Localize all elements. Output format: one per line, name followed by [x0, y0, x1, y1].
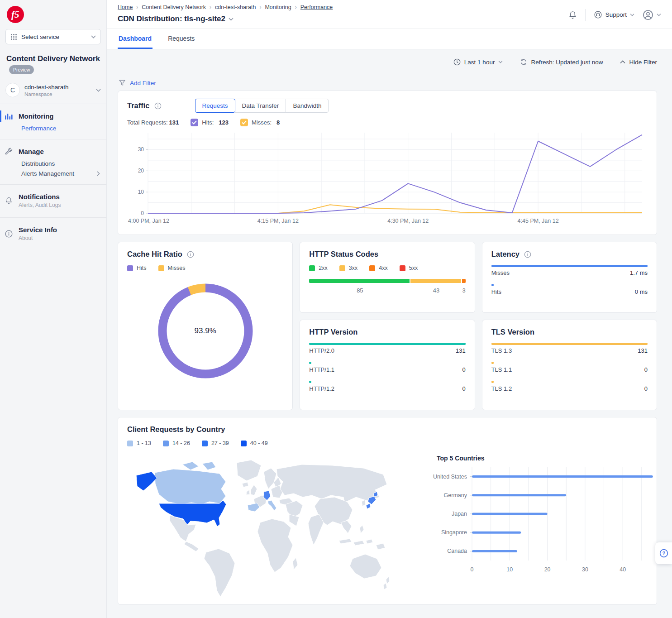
map-country-united-states — [159, 500, 226, 527]
info-icon[interactable] — [154, 102, 162, 110]
tab-requests[interactable]: Requests — [167, 29, 195, 49]
map-region-scandinavia — [264, 468, 276, 489]
preview-badge: Preview — [9, 65, 34, 74]
svg-text:0: 0 — [141, 210, 144, 216]
cache-hit-ratio-title: Cache Hit Ratio — [127, 250, 182, 259]
time-range-picker[interactable]: Last 1 hour — [453, 58, 503, 66]
notifications-bell-button[interactable] — [568, 10, 577, 19]
svg-text:0: 0 — [471, 566, 474, 573]
select-service-dropdown[interactable]: Select service — [5, 29, 101, 44]
breadcrumb-monitoring[interactable]: Monitoring — [265, 4, 291, 10]
svg-text:10: 10 — [506, 566, 513, 573]
page-title-text: CDN Distribution: tls-ng-site2 — [118, 14, 225, 24]
map-country-canada-islands — [182, 462, 199, 470]
traffic-view-data-transfer[interactable]: Data Transfer — [235, 99, 286, 113]
metric-row-HTTP/1.2: HTTP/1.20 — [309, 381, 465, 392]
status-codes-values: 85433 — [309, 287, 465, 294]
latency-card: Latency Misses1.7 ms Hits0 ms — [482, 242, 657, 313]
map-country-indonesia — [353, 541, 364, 546]
support-menu[interactable]: Support — [594, 10, 634, 19]
map-region-central-america — [184, 541, 199, 551]
map-country-australia — [350, 554, 381, 579]
svg-text:?: ? — [662, 551, 665, 556]
tab-dashboard[interactable]: Dashboard — [118, 29, 153, 49]
status-codes-legend: 2xx3xx4xx5xx — [309, 265, 465, 271]
page-title[interactable]: CDN Distribution: tls-ng-site2 — [118, 14, 333, 24]
map-country-philippines — [360, 525, 364, 533]
http-version-title: HTTP Version — [309, 328, 357, 336]
hide-filter-button[interactable]: Hide Filter — [620, 59, 657, 66]
sidebar-nav: Monitoring Performance Manage Distributi… — [0, 104, 106, 250]
help-button[interactable]: ? — [655, 542, 672, 564]
map-legend: 1 - 1314 - 2627 - 3940 - 49 — [127, 440, 648, 446]
sidebar-item-service-info[interactable]: Service Info About — [0, 224, 106, 243]
breadcrumb-performance[interactable]: Performance — [300, 4, 333, 10]
status-segment-3xx — [410, 279, 461, 283]
topbar-divider — [585, 9, 586, 21]
sidebar-item-distributions[interactable]: Distributions — [0, 157, 106, 167]
hits-checkbox[interactable]: Hits:123 — [191, 119, 229, 126]
svg-text:4:45 PM, Jan 12: 4:45 PM, Jan 12 — [518, 218, 559, 224]
map-country-uk — [251, 485, 257, 495]
top5-countries-title: Top 5 Countries — [437, 455, 660, 462]
refresh-button[interactable]: Refresh: Updated just now — [520, 58, 603, 66]
chevron-down-icon — [229, 18, 234, 21]
svg-text:Singapore: Singapore — [441, 529, 467, 536]
map-country-iceland — [242, 482, 248, 487]
sidebar-item-performance[interactable]: Performance — [0, 122, 106, 132]
namespace-selector[interactable]: C cdn-test-sharath Namespace — [5, 83, 101, 97]
chevron-right-icon — [97, 171, 100, 176]
client-requests-by-country-card: Client Requests by Country 1 - 1314 - 26… — [118, 417, 657, 605]
user-menu[interactable] — [643, 10, 661, 20]
service-info-label: Service Info — [19, 226, 57, 234]
traffic-card: Traffic Requests Data Transfer Bandwidth… — [118, 91, 657, 235]
info-icon[interactable] — [187, 251, 194, 258]
map-country-new-guinea — [376, 543, 385, 550]
add-filter-button[interactable]: Add Filter — [119, 79, 156, 86]
breadcrumb-cdn[interactable]: Content Delivery Network — [142, 4, 206, 10]
map-country-alaska — [136, 472, 157, 491]
svg-text:Germany: Germany — [444, 492, 467, 498]
total-requests-label: Total Requests: — [127, 119, 168, 126]
refresh-label: Refresh: Updated just now — [531, 59, 603, 66]
breadcrumb-separator: › — [259, 4, 261, 10]
traffic-view-bandwidth[interactable]: Bandwidth — [286, 99, 329, 113]
misses-value: 8 — [276, 119, 280, 126]
sidebar-item-notifications[interactable]: Notifications Alerts, Audit Logs — [0, 191, 106, 210]
map-region-arabia — [289, 514, 299, 526]
status-segment-4xx — [462, 279, 466, 283]
status-value-4xx: 3 — [462, 287, 465, 294]
breadcrumb-separator: › — [136, 4, 138, 10]
avatar-icon — [643, 10, 653, 20]
map-region-middle-east — [286, 501, 303, 518]
manage-label: Manage — [19, 148, 44, 155]
metric-row-Misses: Misses1.7 ms — [491, 265, 648, 276]
sidebar-item-manage[interactable]: Manage — [0, 146, 106, 157]
breadcrumb-home[interactable]: Home — [118, 4, 133, 10]
checkbox-checked-icon — [240, 119, 248, 126]
legend-item: 40 - 49 — [241, 440, 268, 446]
map-country-korea — [362, 500, 366, 506]
misses-checkbox[interactable]: Misses:8 — [240, 119, 280, 126]
traffic-line-chart: 01020304:00 PM, Jan 124:15 PM, Jan 124:3… — [127, 129, 648, 227]
funnel-icon — [119, 79, 126, 86]
map-country-spain — [248, 503, 260, 512]
traffic-view-requests[interactable]: Requests — [195, 99, 235, 113]
bell-icon — [5, 196, 13, 205]
sidebar-item-alerts-management[interactable]: Alerts Management — [0, 167, 106, 177]
map-country-canada — [155, 469, 226, 504]
breadcrumb-namespace[interactable]: cdn-test-sharath — [215, 4, 256, 10]
bell-icon — [568, 10, 577, 19]
cache-hit-ratio-card: Cache Hit Ratio HitsMisses 93.9% — [118, 242, 293, 410]
map-country-madagascar — [293, 558, 298, 570]
info-icon[interactable] — [524, 251, 531, 258]
status-segment-2xx — [309, 279, 409, 283]
http-status-codes-title: HTTP Status Codes — [309, 250, 378, 259]
f5-logo-icon: f5 — [6, 5, 24, 24]
svg-text:10: 10 — [138, 189, 144, 195]
world-choropleth-map — [130, 456, 401, 606]
sidebar-item-monitoring[interactable]: Monitoring — [0, 110, 106, 122]
status-value-3xx: 43 — [433, 287, 439, 294]
refresh-icon — [520, 58, 527, 66]
tls-version-bars: TLS 1.3131 TLS 1.10 TLS 1.20 — [491, 343, 648, 392]
